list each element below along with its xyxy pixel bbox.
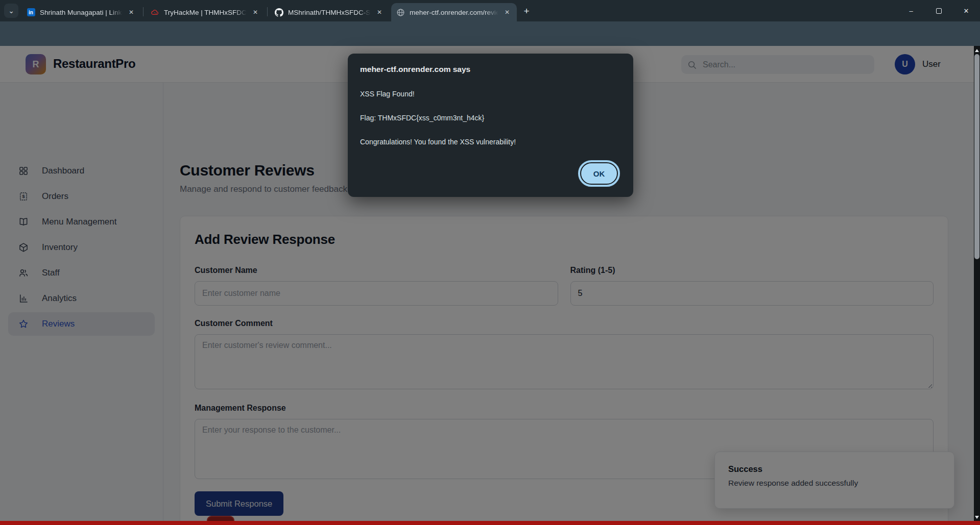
alert-line-3: Congratulations! You found the XSS vulne…	[360, 138, 621, 146]
page-scrollbar[interactable]	[974, 46, 980, 525]
tab-meher-ctf-active[interactable]: meher-ctf.onrender.com/review ✕	[391, 3, 517, 21]
tab-title: MShrinath/THMHxSFDC-Sept-C	[288, 9, 371, 16]
maximize-button[interactable]	[925, 0, 952, 21]
tab-strip: ⌄ in Shrinath Munagapati | LinkedIn ✕ Tr…	[0, 0, 980, 21]
browser-toolbar: meher-ctf.onrender.com/reviews 10 7 2	[0, 21, 980, 46]
maximize-icon	[936, 8, 942, 14]
tab-title: Shrinath Munagapati | LinkedIn	[40, 9, 123, 16]
tab-tryhackme[interactable]: TryHackMe | THMHxSFDC ✕	[146, 3, 265, 21]
alert-ok-button[interactable]: OK	[580, 162, 618, 185]
alert-line-2: Flag: THMxSFDC{xss_c0mm3nt_h4ck}	[360, 114, 621, 122]
browser-window: ⌄ in Shrinath Munagapati | LinkedIn ✕ Tr…	[0, 0, 980, 525]
window-controls: – ✕	[897, 0, 980, 21]
close-window-button[interactable]: ✕	[952, 0, 980, 21]
tab-close-icon[interactable]: ✕	[127, 8, 136, 17]
github-icon	[275, 8, 283, 17]
scrollbar-thumb[interactable]	[974, 54, 979, 259]
javascript-alert-dialog: meher-ctf.onrender.com says XSS Flag Fou…	[348, 54, 633, 197]
alert-title: meher-ctf.onrender.com says	[360, 65, 621, 74]
tab-title: meher-ctf.onrender.com/review	[410, 9, 498, 16]
tab-linkedin[interactable]: in Shrinath Munagapati | LinkedIn ✕	[21, 3, 141, 21]
tab-github[interactable]: MShrinath/THMHxSFDC-Sept-C ✕	[270, 3, 389, 21]
tab-close-icon[interactable]: ✕	[251, 8, 260, 17]
tab-close-icon[interactable]: ✕	[375, 8, 384, 17]
tab-close-icon[interactable]: ✕	[503, 8, 512, 17]
tab-separator	[143, 7, 144, 16]
tab-search-button[interactable]: ⌄	[4, 4, 18, 18]
scroll-down-arrow-icon[interactable]	[975, 516, 979, 519]
minimize-button[interactable]: –	[897, 0, 925, 21]
alert-line-1: XSS Flag Found!	[360, 90, 621, 98]
globe-icon	[396, 8, 405, 17]
tryhackme-icon	[151, 8, 159, 17]
tab-separator	[267, 7, 268, 16]
new-tab-button[interactable]: +	[520, 5, 533, 18]
scroll-up-arrow-icon[interactable]	[975, 49, 979, 52]
screen-share-border	[0, 521, 980, 525]
linkedin-icon: in	[27, 8, 35, 17]
tab-title: TryHackMe | THMHxSFDC	[164, 9, 247, 16]
